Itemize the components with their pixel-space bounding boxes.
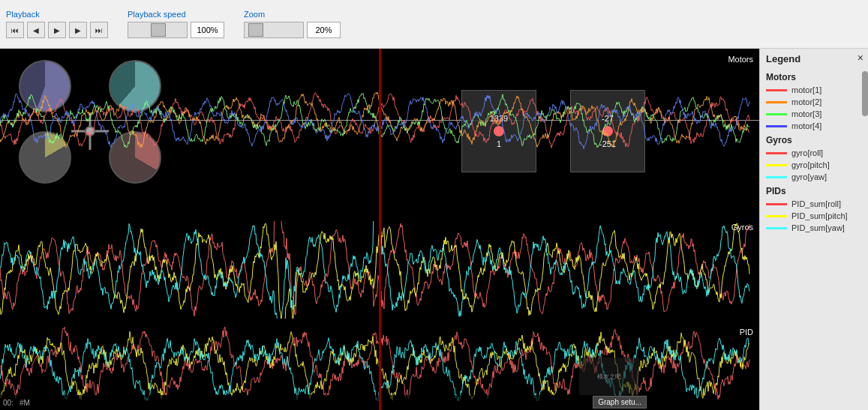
speed-thumb[interactable]	[151, 23, 166, 37]
speed-slider-container: 100%	[128, 22, 224, 38]
speed-value: 100%	[191, 22, 224, 38]
playback-label: Playback	[6, 10, 108, 19]
pid-yaw-label: PID_sum[yaw]	[791, 223, 845, 232]
status-bar: 00: #M	[0, 395, 650, 410]
motor2-color	[766, 101, 787, 103]
play-button[interactable]: ▶	[48, 22, 66, 38]
motor1-color	[766, 89, 787, 91]
next-frame-button[interactable]: ▶	[69, 22, 87, 38]
legend-close-button[interactable]: ×	[857, 52, 863, 64]
zoom-label: Zoom	[244, 10, 341, 19]
legend-panel: × Legend Motors motor[1] motor[2] motor[…	[759, 49, 868, 410]
playback-controls: ⏮ ◀ ▶ ▶ ⏭	[6, 22, 108, 38]
legend-item-pid-yaw[interactable]: PID_sum[yaw]	[760, 222, 868, 234]
legend-item-pid-roll[interactable]: PID_sum[roll]	[760, 198, 868, 210]
legend-item-motor3[interactable]: motor[3]	[760, 108, 868, 120]
legend-item-motor1[interactable]: motor[1]	[760, 84, 868, 96]
pid-pitch-label: PID_sum[pitch]	[791, 211, 848, 220]
pid-roll-color	[766, 203, 787, 205]
motor3-color	[766, 113, 787, 115]
motor3-label: motor[3]	[791, 109, 821, 118]
skip-to-start-button[interactable]: ⏮	[6, 22, 24, 38]
speed-section: Playback speed 100%	[128, 10, 224, 38]
zoom-section: Zoom 20%	[244, 10, 341, 38]
zoom-value: 20%	[307, 22, 341, 38]
motor2-label: motor[2]	[791, 97, 821, 106]
speed-slider[interactable]	[128, 22, 188, 38]
playback-speed-label: Playback speed	[128, 10, 224, 19]
legend-item-pid-pitch[interactable]: PID_sum[pitch]	[760, 210, 868, 222]
motor4-color	[766, 125, 787, 127]
zoom-slider[interactable]	[244, 22, 304, 38]
playhead	[379, 49, 381, 410]
motor4-label: motor[4]	[791, 121, 821, 130]
status-text-2: #M	[20, 399, 30, 407]
watermark-text: 模友之吧	[597, 373, 621, 381]
legend-title: Legend	[760, 49, 868, 69]
watermark-area: 模友之吧	[579, 358, 639, 395]
graph-area[interactable]: ↑ Motors 1339 1 -27 -251 G	[0, 49, 759, 410]
gyro-yaw-color	[766, 176, 787, 178]
main-content: ↑ Motors 1339 1 -27 -251 G	[0, 49, 868, 410]
toolbar: Playback ⏮ ◀ ▶ ▶ ⏭ Playback speed 100% Z…	[0, 0, 868, 49]
pid-yaw-color	[766, 227, 787, 229]
legend-group-pids: PIDs	[760, 183, 868, 198]
legend-item-gyro-pitch[interactable]: gyro[pitch]	[760, 159, 868, 171]
gyro-roll-label: gyro[roll]	[791, 148, 823, 157]
pid-roll-label: PID_sum[roll]	[791, 199, 841, 208]
pid-pitch-color	[766, 215, 787, 217]
gyros-waveform	[0, 221, 750, 319]
legend-item-gyro-roll[interactable]: gyro[roll]	[760, 147, 868, 159]
legend-group-gyros: Gyros	[760, 132, 868, 147]
legend-item-motor2[interactable]: motor[2]	[760, 96, 868, 108]
gyro-pitch-color	[766, 164, 787, 166]
zoom-slider-container: 20%	[244, 22, 341, 38]
scrollbar-thumb[interactable]	[862, 71, 868, 116]
zoom-thumb[interactable]	[248, 23, 263, 37]
motors-waveform	[0, 49, 750, 214]
skip-to-end-button[interactable]: ⏭	[90, 22, 108, 38]
legend-item-motor4[interactable]: motor[4]	[760, 120, 868, 132]
legend-group-motors: Motors	[760, 69, 868, 84]
gyro-roll-color	[766, 152, 787, 154]
gyro-pitch-label: gyro[pitch]	[791, 160, 830, 169]
gyro-yaw-label: gyro[yaw]	[791, 172, 827, 181]
motor1-label: motor[1]	[791, 85, 821, 94]
legend-item-gyro-yaw[interactable]: gyro[yaw]	[760, 171, 868, 183]
prev-frame-button[interactable]: ◀	[27, 22, 45, 38]
status-text-1: 00:	[3, 399, 14, 407]
playback-section: Playback ⏮ ◀ ▶ ▶ ⏭	[6, 10, 108, 38]
graph-setup-button[interactable]: Graph setu...	[593, 396, 647, 409]
